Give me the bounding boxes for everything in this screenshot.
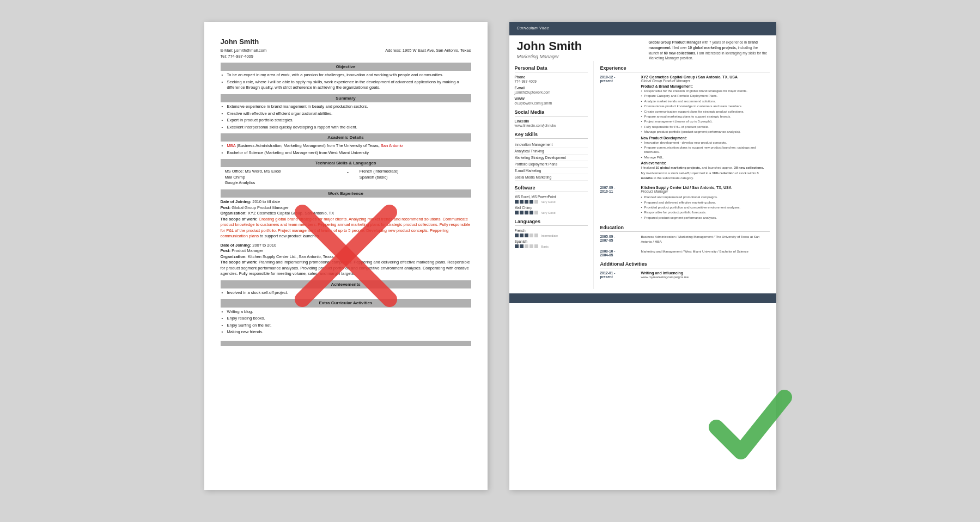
body-area: Personal Data Phone 774-987-4009 E-mail … bbox=[509, 61, 776, 289]
skills-left: MS Office: MS Word, MS Excel Mail Chimp … bbox=[225, 169, 337, 186]
exp-b-8: Fully responsible for P&L of product por… bbox=[641, 125, 770, 129]
left-address: Address: 1905 W East Ave, San Antonio, T… bbox=[385, 48, 471, 59]
lang-item-2: Spanish Basic bbox=[515, 239, 588, 248]
exp-entry-2: 2007-09 -2010-11 Kitchen Supply Center L… bbox=[600, 186, 770, 220]
academic-bullet-1: MBA (Business Administration, Marketing … bbox=[221, 143, 471, 149]
phone-label: Phone bbox=[515, 75, 588, 79]
dot bbox=[529, 200, 533, 204]
sum-bullet-3: Expert in product portfolio strategies. bbox=[221, 118, 471, 124]
lang-bar-1: Intermediate bbox=[515, 234, 588, 237]
dot-empty bbox=[534, 200, 538, 204]
cv-header-bar: Curriculum Vitae bbox=[509, 22, 776, 35]
software-bar-2: Very Good bbox=[515, 211, 588, 214]
edu-entry-2: 2000-10 -2004-05 Marketing and Managemen… bbox=[600, 249, 770, 257]
exp-b-7: Project management (teams of up to 5 peo… bbox=[641, 119, 770, 124]
dot bbox=[515, 200, 519, 204]
work-scope-1: The scope of work: Creating global brand… bbox=[221, 217, 471, 239]
exp-role-2: Product Manager bbox=[641, 189, 770, 193]
exp2-b-2: Prepared and delivered effective marketi… bbox=[641, 200, 770, 205]
exp-dates-1: 2010-12 -present bbox=[600, 75, 638, 83]
extra-3: Enjoy Surfing on the net. bbox=[221, 323, 471, 329]
dot bbox=[515, 244, 519, 248]
good-resume: Curriculum Vitae John Smith Marketing Ma… bbox=[509, 22, 776, 490]
edu-content-1: Business Administration / Marketing Mana… bbox=[641, 235, 770, 244]
academic-bullet-2: Bachelor of Science (Marketing and Manag… bbox=[221, 150, 471, 156]
exp-company-1: XYZ Cosmetics Capital Group / San Antoni… bbox=[641, 75, 770, 79]
name-summary-section: John Smith Marketing Manager Global Grou… bbox=[509, 35, 776, 61]
left-email-phone: E-Mail: j.smith@mail.com Tel: 774-987-40… bbox=[221, 48, 267, 59]
bad-resume-wrapper: John Smith E-Mail: j.smith@mail.com Tel:… bbox=[204, 22, 488, 490]
cv-label: Curriculum Vitae bbox=[517, 26, 769, 30]
linkedin-label: LinkedIn bbox=[515, 119, 588, 123]
work-post-1: Post: Global Group Product Manager bbox=[221, 205, 471, 211]
additional-title: Additional Activities bbox=[600, 261, 770, 268]
add-dates-1: 2012-01 -present bbox=[600, 271, 638, 279]
footer-bar-right bbox=[509, 293, 776, 303]
experience-title: Experience bbox=[600, 65, 770, 72]
objective-header: Objective bbox=[221, 63, 471, 71]
key-skill-4: Portfolio Deployment Plans bbox=[515, 161, 588, 168]
dot-empty bbox=[534, 244, 538, 248]
good-resume-wrapper: Curriculum Vitae John Smith Marketing Ma… bbox=[509, 22, 776, 490]
exp-entry-1: 2010-12 -present XYZ Cosmetics Capital G… bbox=[600, 75, 770, 181]
work-dates-2: Date of Joining: 2007 to 2010 bbox=[221, 243, 471, 249]
work-org-1: Organization: XYZ Cosmetics Capital Grou… bbox=[221, 211, 471, 217]
dot bbox=[525, 211, 528, 214]
dot bbox=[520, 211, 524, 214]
personal-data-title: Personal Data bbox=[515, 65, 588, 72]
exp-np-2: Prepare communication plans to support n… bbox=[641, 145, 770, 155]
exp2-b-5: Prepared product segment performance ana… bbox=[641, 216, 770, 220]
edu-dates-1: 2005-09 -2007-05 bbox=[600, 235, 638, 242]
dot bbox=[525, 234, 528, 237]
work-post-2: Post: Product Manager bbox=[221, 248, 471, 254]
sum-bullet-1: Extensive experience in brand management… bbox=[221, 104, 471, 110]
dot bbox=[520, 234, 524, 237]
exp-content-1: XYZ Cosmetics Capital Group / San Antoni… bbox=[641, 75, 770, 180]
skills-separator: • bbox=[347, 169, 349, 186]
key-skills-title: Key Skills bbox=[515, 132, 588, 139]
social-title: Social Media bbox=[515, 109, 588, 116]
product-brand-header: Product & Brand Management: bbox=[641, 84, 770, 88]
linkedin-value: www.linkedin.com/johnutw bbox=[515, 124, 588, 127]
edu-entry-1: 2005-09 -2007-05 Business Administration… bbox=[600, 235, 770, 245]
software-item-2: Mail Chimp Very Good bbox=[515, 206, 588, 214]
lang-2: Spanish (basic) bbox=[360, 175, 471, 181]
sum-bullet-4: Excellent interpersonal skills quickly d… bbox=[221, 125, 471, 131]
left-contact: E-Mail: j.smith@mail.com Tel: 774-987-40… bbox=[221, 48, 471, 59]
lang-level-2: Basic bbox=[541, 245, 549, 248]
www-label: WWW bbox=[515, 97, 588, 101]
work-org-2: Organization: Kitchen Supply Center Ltd.… bbox=[221, 254, 471, 260]
software-level-2: Very Good bbox=[541, 211, 556, 214]
exp-dates-2: 2007-09 -2010-11 bbox=[600, 186, 638, 193]
main-container: John Smith E-Mail: j.smith@mail.com Tel:… bbox=[0, 0, 980, 522]
work-header: Work Experience bbox=[221, 189, 471, 198]
exp2-b-1: Planned and implemented promotional camp… bbox=[641, 195, 770, 199]
dot-empty bbox=[529, 234, 533, 237]
right-title: Marketing Manager bbox=[517, 54, 582, 59]
work-entry-1: Date of Joining: 2010 to till date Post:… bbox=[221, 199, 471, 239]
achievement-text-2: My involvement in a stock sell-off proje… bbox=[641, 171, 770, 180]
email-value: j.smith@uptowork.com bbox=[515, 90, 588, 94]
exp-b-2: Prepare Category and Portfolio Deploymen… bbox=[641, 94, 770, 98]
edu-dates-2: 2000-10 -2004-05 bbox=[600, 249, 638, 257]
dot-empty bbox=[525, 244, 528, 248]
key-skill-3: Marketing Strategy Development bbox=[515, 155, 588, 161]
exp-np-1: Innovation development - develop new pro… bbox=[641, 140, 770, 145]
edu-text-2: Marketing and Management / West Miami Un… bbox=[641, 249, 770, 254]
exp2-b-4: Responsible for product portfolio foreca… bbox=[641, 210, 770, 214]
software-title: Software bbox=[515, 185, 588, 192]
work-entry-2: Date of Joining: 2007 to 2010 Post: Prod… bbox=[221, 243, 471, 277]
exp-b-5: Create communication support plans for s… bbox=[641, 109, 770, 114]
skills-row: MS Office: MS Word, MS Excel Mail Chimp … bbox=[221, 169, 471, 186]
summary-header: Summary bbox=[221, 94, 471, 102]
software-bar-1: Very Good bbox=[515, 200, 588, 204]
right-name: John Smith bbox=[517, 40, 582, 53]
languages-title: Languages bbox=[515, 219, 588, 226]
edu-text-1: Business Administration / Marketing Mana… bbox=[641, 235, 770, 244]
lang-bar-2: Basic bbox=[515, 244, 588, 248]
left-name: John Smith bbox=[221, 37, 471, 47]
achievement-1: Involved in a stock sell-off project. bbox=[221, 290, 471, 296]
bad-resume: John Smith E-Mail: j.smith@mail.com Tel:… bbox=[204, 22, 488, 490]
dot-empty bbox=[534, 234, 538, 237]
exp-b-6: Prepare annual marketing plans to suppor… bbox=[641, 114, 770, 119]
